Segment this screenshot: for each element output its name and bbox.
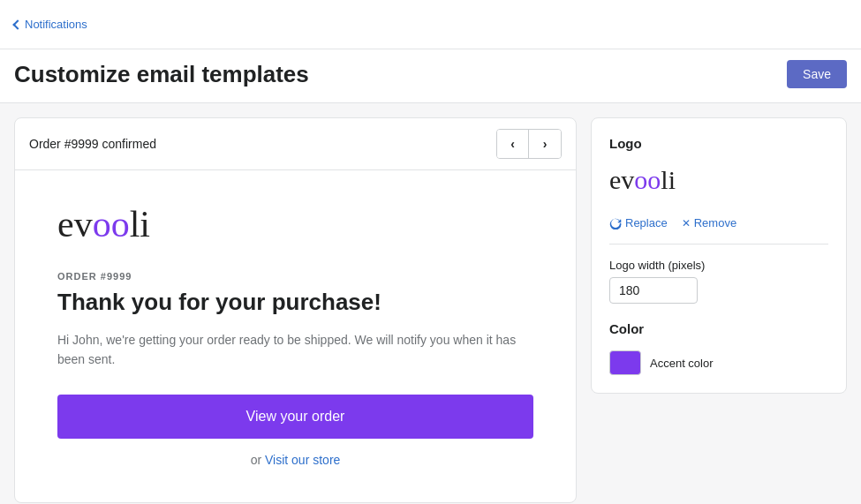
breadcrumb-label: Notifications <box>25 18 87 31</box>
replace-logo-link[interactable]: Replace <box>609 216 668 229</box>
email-preview-panel: Order #9999 confirmed ‹ › evooli ORDER #… <box>14 117 577 503</box>
nav-prev-button[interactable]: ‹ <box>497 130 529 158</box>
accent-color-swatch[interactable] <box>609 350 641 375</box>
sidebar-logo-post: li <box>661 165 676 194</box>
email-subject: Order #9999 confirmed <box>29 137 156 151</box>
divider <box>609 244 828 244</box>
order-label: ORDER #9999 <box>57 271 533 282</box>
sidebar-logo-highlight: oo <box>634 165 661 194</box>
sidebar-logo-pre: ev <box>609 165 634 194</box>
or-link-area: or Visit our store <box>57 453 533 467</box>
main-content: Order #9999 confirmed ‹ › evooli ORDER #… <box>0 103 861 504</box>
remove-logo-link[interactable]: ✕ Remove <box>682 216 736 229</box>
email-logo: evooli <box>57 206 533 243</box>
color-section-title: Color <box>609 321 828 336</box>
top-bar: Notifications <box>0 0 861 49</box>
email-heading: Thank you for your purchase! <box>57 289 533 316</box>
sidebar-panel: Logo evooli Replace ✕ Remove Logo width … <box>591 117 847 394</box>
logo-text: evooli <box>57 206 150 243</box>
logo-highlight: oo <box>93 204 130 244</box>
accent-color-label: Accent color <box>650 357 714 370</box>
x-icon: ✕ <box>682 217 691 229</box>
page-title: Customize email templates <box>14 61 309 88</box>
email-body: evooli ORDER #9999 Thank you for your pu… <box>15 170 576 502</box>
replace-label: Replace <box>625 216 668 229</box>
sidebar-logo-preview: evooli <box>609 165 828 202</box>
logo-post: li <box>130 204 150 244</box>
logo-width-label: Logo width (pixels) <box>609 259 828 272</box>
chevron-left-icon <box>12 19 22 29</box>
page-header: Customize email templates Save <box>0 49 861 103</box>
chevron-left-icon: ‹ <box>510 137 515 151</box>
back-link[interactable]: Notifications <box>14 18 87 31</box>
email-body-text: Hi John, we're getting your order ready … <box>57 330 533 370</box>
or-text: or <box>251 453 261 467</box>
color-row: Accent color <box>609 350 828 375</box>
email-preview-header: Order #9999 confirmed ‹ › <box>15 118 576 170</box>
visit-store-link[interactable]: Visit our store <box>265 453 340 467</box>
replace-icon <box>609 217 622 229</box>
logo-width-input[interactable] <box>609 277 698 304</box>
remove-label: Remove <box>694 216 736 229</box>
cta-button[interactable]: View your order <box>57 395 533 439</box>
nav-next-button[interactable]: › <box>529 130 561 158</box>
chevron-right-icon: › <box>543 137 548 151</box>
logo-section-title: Logo <box>609 136 828 151</box>
sidebar-logo-text: evooli <box>609 165 676 195</box>
logo-actions: Replace ✕ Remove <box>609 216 828 229</box>
save-button[interactable]: Save <box>787 60 847 88</box>
logo-pre: ev <box>57 204 93 244</box>
preview-nav: ‹ › <box>496 129 562 159</box>
